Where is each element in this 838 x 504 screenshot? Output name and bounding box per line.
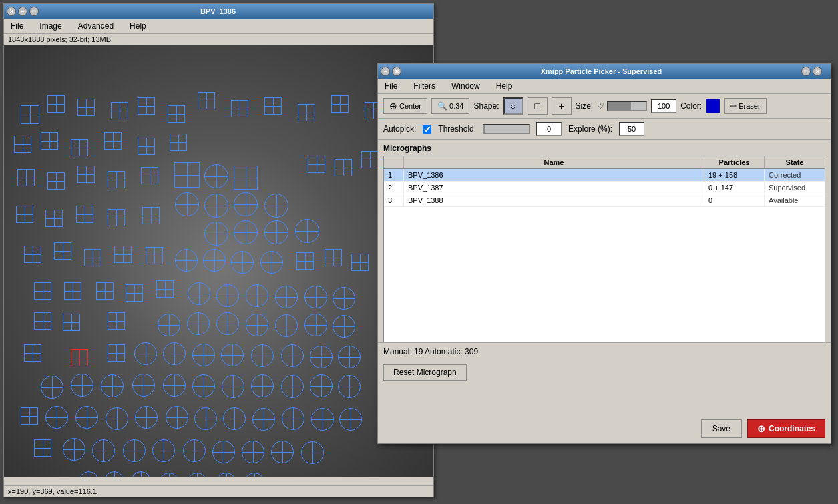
explore-label: Explore (%):: [568, 124, 612, 134]
col-header-state: State: [765, 156, 825, 168]
color-label: Color:: [680, 101, 702, 111]
xmipp-title: Xmipp Particle Picker - Supervised: [401, 67, 801, 75]
autopick-label: Autopick:: [383, 124, 416, 134]
xmipp-menu-file[interactable]: File: [381, 80, 401, 92]
eraser-icon: ✏: [730, 102, 737, 111]
row3-name: BPV_1388: [404, 194, 704, 206]
center-icon: ⊕: [389, 101, 397, 111]
row2-state: Supervised: [765, 182, 825, 194]
bpv-menubar: File Image Advanced Help: [4, 19, 433, 34]
menu-help[interactable]: Help: [126, 20, 150, 32]
xmipp-close-icon[interactable]: ✕: [392, 67, 401, 76]
row3-particles: 0: [704, 194, 765, 206]
eraser-button[interactable]: ✏ Eraser: [724, 98, 766, 114]
micrographs-section-label: Micrographs: [378, 140, 831, 156]
row3-state: Available: [765, 194, 825, 206]
shape-label: Shape:: [473, 101, 499, 111]
row1-state: Corrected: [765, 169, 825, 181]
color-swatch[interactable]: [706, 99, 720, 113]
menu-advanced[interactable]: Advanced: [74, 20, 118, 32]
micrograph-image[interactable]: [4, 45, 433, 477]
col-header-particles: Particles: [704, 156, 765, 168]
xmipp-menu-window[interactable]: Window: [447, 80, 484, 92]
footer-buttons: Save ⊕ Coordinates: [701, 419, 825, 438]
close-icon[interactable]: ✕: [7, 7, 16, 16]
row1-index: 1: [384, 169, 404, 181]
plus-shape-button[interactable]: +: [552, 97, 572, 115]
threshold-label: Threshold:: [438, 124, 476, 134]
row2-particles: 0 + 147: [704, 182, 765, 194]
xmipp-menu-filters[interactable]: Filters: [409, 80, 439, 92]
bpv-window: ✕ − □ BPV_1386 File Image Advanced Help …: [3, 3, 434, 497]
row2-name: BPV_1387: [404, 182, 704, 194]
zoom-button[interactable]: 🔍 0.34: [431, 98, 469, 114]
xmipp-toolbar: ⊕ Center 🔍 0.34 Shape: ○ □ + Size: ♡ Col…: [378, 94, 831, 119]
table-row[interactable]: 3 BPV_1388 0 Available: [384, 194, 825, 207]
zoom-icon: 🔍: [437, 101, 447, 111]
size-heart-icon: ♡: [597, 101, 604, 111]
xmipp-minimize-icon[interactable]: −: [381, 67, 390, 76]
bpv-status-top: 1843x1888 pixels; 32-bit; 13MB: [4, 34, 433, 45]
center-button[interactable]: ⊕ Center: [383, 98, 427, 114]
row1-name: BPV_1386: [404, 169, 704, 181]
xmipp-resize-icon[interactable]: □: [801, 67, 811, 76]
xmipp-titlebar: − ✕ Xmipp Particle Picker - Supervised □…: [378, 64, 831, 79]
size-label: Size:: [576, 101, 594, 111]
bpv-titlebar: ✕ − □ BPV_1386: [4, 4, 433, 19]
size-control: ♡: [597, 101, 647, 111]
xmipp-menu-help[interactable]: Help: [492, 80, 517, 92]
row1-particles: 19 + 158: [704, 169, 765, 181]
coordinates-button[interactable]: ⊕ Coordinates: [747, 419, 825, 438]
threshold-input[interactable]: [536, 122, 562, 136]
circle-shape-button[interactable]: ○: [503, 97, 523, 115]
table-row[interactable]: 1 BPV_1386 19 + 158 Corrected: [384, 169, 825, 182]
micrographs-table: Name Particles State 1 BPV_1386 19 + 158…: [384, 156, 825, 207]
row2-index: 2: [384, 182, 404, 194]
bpv-status-bottom: x=190, y=369, value=116.1: [4, 485, 433, 497]
bottom-buttons-row: Reset Micrograph: [378, 360, 831, 385]
xmipp-menubar: File Filters Window Help: [378, 79, 831, 94]
col-header-index: [384, 156, 404, 168]
bpv-title: BPV_1386: [39, 7, 397, 15]
reset-micrograph-button[interactable]: Reset Micrograph: [383, 364, 467, 381]
micrographs-table-container[interactable]: Name Particles State 1 BPV_1386 19 + 158…: [383, 156, 825, 342]
autopick-row: Autopick: Threshold: Explore (%):: [378, 119, 831, 140]
save-button[interactable]: Save: [701, 419, 742, 438]
xmipp-titlebar-controls[interactable]: − ✕: [381, 67, 401, 76]
explore-input[interactable]: [619, 122, 644, 136]
size-slider[interactable]: [607, 101, 647, 111]
bpv-canvas[interactable]: [4, 45, 433, 477]
xmipp-x-icon[interactable]: ✕: [813, 67, 822, 76]
size-input[interactable]: [651, 99, 676, 113]
autopick-checkbox[interactable]: [423, 125, 431, 134]
square-shape-button[interactable]: □: [528, 97, 548, 115]
minimize-icon[interactable]: −: [18, 7, 27, 16]
menu-image[interactable]: Image: [35, 20, 65, 32]
maximize-icon[interactable]: □: [29, 7, 39, 16]
table-row[interactable]: 2 BPV_1387 0 + 147 Supervised: [384, 182, 825, 194]
threshold-slider[interactable]: [483, 124, 530, 134]
col-header-name: Name: [404, 156, 704, 168]
coordinates-plus-icon: ⊕: [757, 423, 765, 434]
titlebar-controls[interactable]: ✕ − □: [7, 7, 39, 16]
row3-index: 3: [384, 194, 404, 206]
bottom-status: Manual: 19 Automatic: 309: [378, 342, 831, 360]
xmipp-window: − ✕ Xmipp Particle Picker - Supervised □…: [377, 63, 831, 444]
menu-file[interactable]: File: [7, 20, 27, 32]
